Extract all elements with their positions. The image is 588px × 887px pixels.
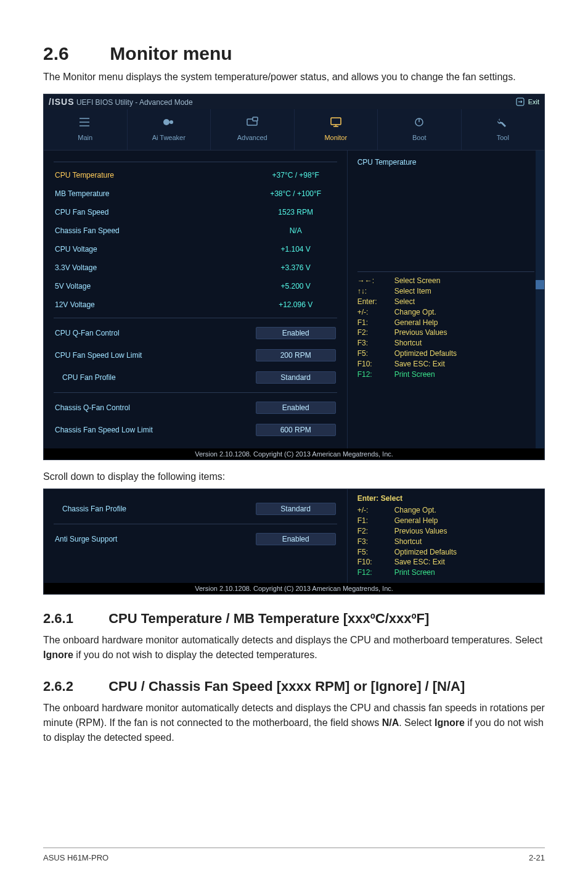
bios-tabs: Main Ai Tweaker Advanced Monitor Boot To… [44, 109, 544, 151]
bios-window-2: Chassis Fan ProfileStandard Anti Surge S… [43, 489, 545, 595]
exit-icon [516, 97, 525, 106]
tab-main[interactable]: Main [44, 109, 128, 150]
tab-ai-tweaker-label: Ai Tweaker [152, 134, 186, 141]
row-3v-voltage[interactable]: 3.3V Voltage+3.376 V [54, 258, 337, 277]
scrollbar-thumb[interactable] [536, 280, 544, 289]
row-mb-temperature[interactable]: MB Temperature+38°C / +100°F [54, 184, 337, 203]
row-chassis-fan-profile[interactable]: Chassis Fan ProfileStandard [54, 498, 337, 520]
row-cpu-fan-speed[interactable]: CPU Fan Speed1523 RPM [54, 203, 337, 221]
row-chassis-fan-speed[interactable]: Chassis Fan SpeedN/A [54, 221, 337, 240]
row-cpu-fan-low-limit[interactable]: CPU Fan Speed Low Limit200 RPM [54, 344, 337, 366]
row-anti-surge-support[interactable]: Anti Surge SupportEnabled [54, 528, 337, 550]
subsection-1-number: 2.6.1 [43, 611, 105, 627]
tab-main-label: Main [78, 134, 92, 141]
subsection-1-heading: 2.6.1 CPU Temperature / MB Temperature [… [43, 611, 545, 627]
tab-advanced[interactable]: Advanced [211, 109, 295, 150]
tweaker-icon [162, 117, 176, 128]
footer-right: 2-21 [529, 853, 545, 862]
page-footer: ASUS H61M-PRO 2-21 [43, 848, 545, 862]
row-12v-voltage[interactable]: 12V Voltage+12.096 V [54, 295, 337, 314]
row-5v-voltage[interactable]: 5V Voltage+5.200 V [54, 277, 337, 295]
tab-advanced-label: Advanced [237, 134, 267, 141]
tool-icon [496, 117, 510, 128]
row-cpu-voltage[interactable]: CPU Voltage+1.104 V [54, 240, 337, 258]
svg-rect-8 [331, 118, 341, 125]
svg-rect-7 [253, 117, 258, 121]
bios2-left-panel: Chassis Fan ProfileStandard Anti Surge S… [44, 489, 348, 583]
subsection-2-number: 2.6.2 [43, 679, 105, 695]
bios-copyright: Version 2.10.1208. Copyright (C) 2013 Am… [44, 448, 544, 460]
subsection-1-para: The onboard hardware monitor automatical… [43, 633, 545, 662]
monitor-icon [329, 117, 343, 128]
tab-tool-label: Tool [497, 134, 509, 141]
scroll-note: Scroll down to display the following ite… [43, 471, 545, 482]
advanced-icon [245, 117, 259, 128]
row-chassis-qfan-control[interactable]: Chassis Q-Fan ControlEnabled [54, 397, 337, 419]
list-icon [78, 117, 92, 128]
right-title: CPU Temperature [357, 158, 534, 167]
help-list: →←:Select Screen ↑↓:Select Item Enter:Se… [357, 276, 534, 379]
bios-scrollbar[interactable] [536, 151, 544, 448]
tab-monitor[interactable]: Monitor [295, 109, 378, 150]
row-chassis-fan-low-limit[interactable]: Chassis Fan Speed Low Limit600 RPM [54, 419, 337, 441]
bios-left-panel: CPU Temperature+37°C / +98°F MB Temperat… [44, 151, 348, 448]
bios2-help-head: Enter: Select [357, 494, 534, 503]
subsection-2-para: The onboard hardware monitor automatical… [43, 701, 545, 745]
bios-exit-label: Exit [528, 98, 539, 105]
subsection-1-title: CPU Temperature / MB Temperature [xxxºC/… [108, 611, 429, 626]
svg-point-5 [169, 120, 173, 124]
section-title-text: Monitor menu [110, 43, 232, 64]
bios-titlebar: /ISUS UEFI BIOS Utility - Advanced Mode … [44, 94, 544, 109]
row-cpu-qfan-control[interactable]: CPU Q-Fan ControlEnabled [54, 322, 337, 344]
footer-left: ASUS H61M-PRO [43, 853, 108, 862]
row-cpu-temperature[interactable]: CPU Temperature+37°C / +98°F [54, 166, 337, 184]
tab-tool[interactable]: Tool [462, 109, 545, 150]
bios-title: UEFI BIOS Utility - Advanced Mode [76, 98, 193, 107]
tab-boot-label: Boot [412, 134, 427, 141]
svg-point-4 [163, 119, 169, 125]
section-number: 2.6 [43, 43, 105, 64]
bios-brand: /ISUS [49, 97, 75, 107]
tab-monitor-label: Monitor [324, 134, 347, 141]
row-cpu-fan-profile[interactable]: CPU Fan ProfileStandard [54, 366, 337, 389]
subsection-2-heading: 2.6.2 CPU / Chassis Fan Speed [xxxx RPM]… [43, 679, 545, 695]
bios-right-panel: CPU Temperature →←:Select Screen ↑↓:Sele… [348, 151, 544, 448]
tab-boot[interactable]: Boot [378, 109, 462, 150]
bios2-copyright: Version 2.10.1208. Copyright (C) 2013 Am… [44, 583, 544, 594]
bios-window: /ISUS UEFI BIOS Utility - Advanced Mode … [43, 94, 545, 460]
bios2-right-panel: Enter: Select +/-:Change Opt. F1:General… [348, 489, 544, 583]
tab-ai-tweaker[interactable]: Ai Tweaker [128, 109, 211, 150]
boot-icon [412, 117, 426, 128]
subsection-2-title: CPU / Chassis Fan Speed [xxxx RPM] or [I… [108, 679, 465, 694]
section-heading: 2.6 Monitor menu [43, 43, 545, 64]
section-intro: The Monitor menu displays the system tem… [43, 70, 545, 84]
bios-exit-button[interactable]: Exit [516, 97, 539, 106]
